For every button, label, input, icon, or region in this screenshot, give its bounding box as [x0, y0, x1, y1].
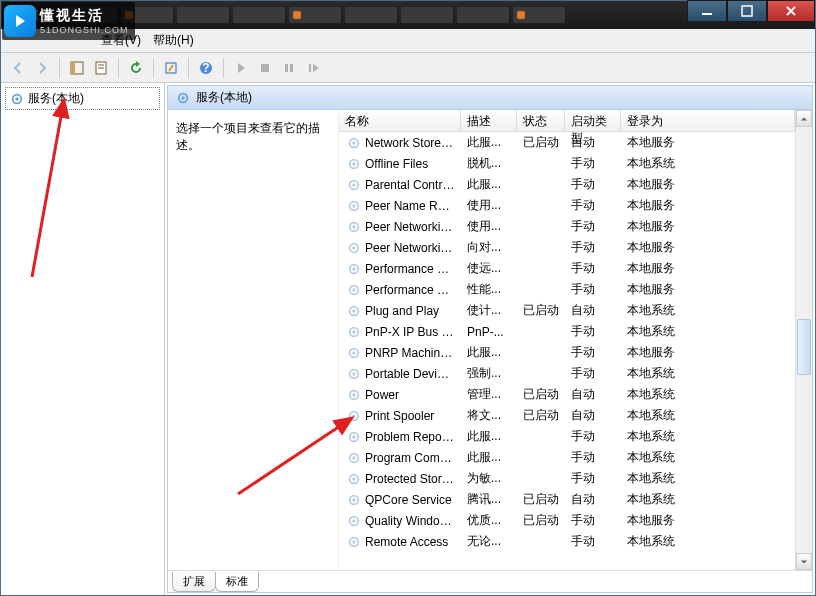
service-start: 手动	[565, 365, 621, 382]
service-logon: 本地系统	[621, 323, 795, 340]
vertical-scrollbar[interactable]	[795, 110, 812, 570]
col-start[interactable]: 启动类型	[565, 110, 621, 131]
svg-point-49	[352, 435, 356, 439]
services-list[interactable]: 名称 描述 状态 启动类型 登录为 Network Store I...此服..…	[339, 110, 795, 570]
service-row[interactable]: Peer Networkin...使用...手动本地服务	[339, 216, 795, 237]
scroll-up-button[interactable]	[796, 110, 812, 127]
service-name: Portable Device ...	[365, 367, 455, 381]
service-name: QPCore Service	[365, 493, 452, 507]
scroll-track[interactable]	[796, 127, 812, 553]
service-start: 手动	[565, 449, 621, 466]
toolbar: ?	[1, 53, 815, 83]
tab-extended[interactable]: 扩展	[172, 572, 216, 592]
tab-standard[interactable]: 标准	[215, 572, 259, 592]
service-logon: 本地服务	[621, 239, 795, 256]
properties-button[interactable]	[90, 57, 112, 79]
maximize-button[interactable]	[727, 0, 767, 22]
service-row[interactable]: PNRP Machine ...此服...手动本地服务	[339, 342, 795, 363]
service-row[interactable]: Print Spooler将文...已启动自动本地系统	[339, 405, 795, 426]
scroll-thumb[interactable]	[797, 319, 811, 375]
col-logon[interactable]: 登录为	[621, 110, 795, 131]
service-row[interactable]: Portable Device ...强制...手动本地系统	[339, 363, 795, 384]
service-row[interactable]: Plug and Play使计...已启动自动本地系统	[339, 300, 795, 321]
service-name: Parental Controls	[365, 178, 455, 192]
service-start: 手动	[565, 344, 621, 361]
service-row[interactable]: Power管理...已启动自动本地系统	[339, 384, 795, 405]
service-desc: 使用...	[461, 197, 517, 214]
service-name: Peer Name Res...	[365, 199, 455, 213]
scroll-down-button[interactable]	[796, 553, 812, 570]
gear-icon	[347, 430, 361, 444]
service-logon: 本地系统	[621, 428, 795, 445]
back-button[interactable]	[7, 57, 29, 79]
service-start: 手动	[565, 239, 621, 256]
service-name: Performance Co...	[365, 262, 455, 276]
service-row[interactable]: Peer Name Res...使用...手动本地服务	[339, 195, 795, 216]
menu-help[interactable]: 帮助(H)	[153, 32, 194, 49]
service-row[interactable]: Network Store I...此服...已启动自动本地服务	[339, 132, 795, 153]
service-name: Network Store I...	[365, 136, 455, 150]
column-headers[interactable]: 名称 描述 状态 启动类型 登录为	[339, 110, 795, 132]
nav-root-node[interactable]: 服务(本地)	[5, 87, 160, 110]
svg-point-55	[352, 498, 356, 502]
nav-tree[interactable]: 服务(本地)	[1, 83, 165, 595]
service-row[interactable]: QPCore Service腾讯...已启动自动本地系统	[339, 489, 795, 510]
service-row[interactable]: Performance Lo...性能...手动本地服务	[339, 279, 795, 300]
service-desc: 无论...	[461, 533, 517, 550]
service-row[interactable]: Parental Controls此服...手动本地服务	[339, 174, 795, 195]
pause-service-button[interactable]	[278, 57, 300, 79]
col-desc[interactable]: 描述	[461, 110, 517, 131]
forward-button[interactable]	[31, 57, 53, 79]
service-desc: 腾讯...	[461, 491, 517, 508]
service-logon: 本地系统	[621, 365, 795, 382]
restart-service-button[interactable]	[302, 57, 324, 79]
service-row[interactable]: Quality Windows...优质...已启动手动本地服务	[339, 510, 795, 531]
footer-tabs: 扩展 标准	[168, 570, 812, 592]
service-row[interactable]: PnP-X IP Bus En...PnP-...手动本地系统	[339, 321, 795, 342]
minimize-button[interactable]	[687, 0, 727, 22]
service-logon: 本地服务	[621, 260, 795, 277]
service-desc: 此服...	[461, 449, 517, 466]
service-name: Problem Report...	[365, 430, 455, 444]
service-desc: PnP-...	[461, 325, 517, 339]
service-state: 已启动	[517, 407, 565, 424]
start-service-button[interactable]	[230, 57, 252, 79]
nav-root-label: 服务(本地)	[28, 90, 84, 107]
service-row[interactable]: Program Compa...此服...手动本地系统	[339, 447, 795, 468]
service-row[interactable]: Problem Report...此服...手动本地系统	[339, 426, 795, 447]
service-row[interactable]: Protected Storage为敏...手动本地系统	[339, 468, 795, 489]
gear-icon	[347, 199, 361, 213]
col-name[interactable]: 名称	[339, 110, 461, 131]
help-toolbar-button[interactable]: ?	[195, 57, 217, 79]
gear-icon	[347, 367, 361, 381]
service-logon: 本地系统	[621, 470, 795, 487]
service-logon: 本地服务	[621, 344, 795, 361]
service-logon: 本地系统	[621, 533, 795, 550]
window-controls	[687, 1, 815, 29]
service-desc: 优质...	[461, 512, 517, 529]
close-button[interactable]	[767, 0, 815, 22]
export-button[interactable]	[160, 57, 182, 79]
col-state[interactable]: 状态	[517, 110, 565, 131]
gear-icon	[347, 157, 361, 171]
logo-text: 懂视生活	[40, 7, 129, 25]
service-row[interactable]: Offline Files脱机...手动本地系统	[339, 153, 795, 174]
service-row[interactable]: Remote Access无论...手动本地系统	[339, 531, 795, 552]
service-state: 已启动	[517, 512, 565, 529]
content-pane: 服务(本地) 选择一个项目来查看它的描述。 名称 描述 状态 启动类型 登录为	[167, 85, 813, 593]
svg-point-29	[352, 225, 356, 229]
stop-service-button[interactable]	[254, 57, 276, 79]
svg-text:?: ?	[202, 61, 209, 75]
svg-rect-13	[285, 64, 288, 72]
show-hide-tree-button[interactable]	[66, 57, 88, 79]
service-name: Power	[365, 388, 399, 402]
service-desc: 此服...	[461, 428, 517, 445]
service-start: 手动	[565, 281, 621, 298]
refresh-button[interactable]	[125, 57, 147, 79]
service-start: 自动	[565, 386, 621, 403]
gear-icon	[347, 346, 361, 360]
service-row[interactable]: Performance Co...使远...手动本地服务	[339, 258, 795, 279]
svg-point-35	[352, 288, 356, 292]
service-state: 已启动	[517, 134, 565, 151]
service-row[interactable]: Peer Networkin...向对...手动本地服务	[339, 237, 795, 258]
